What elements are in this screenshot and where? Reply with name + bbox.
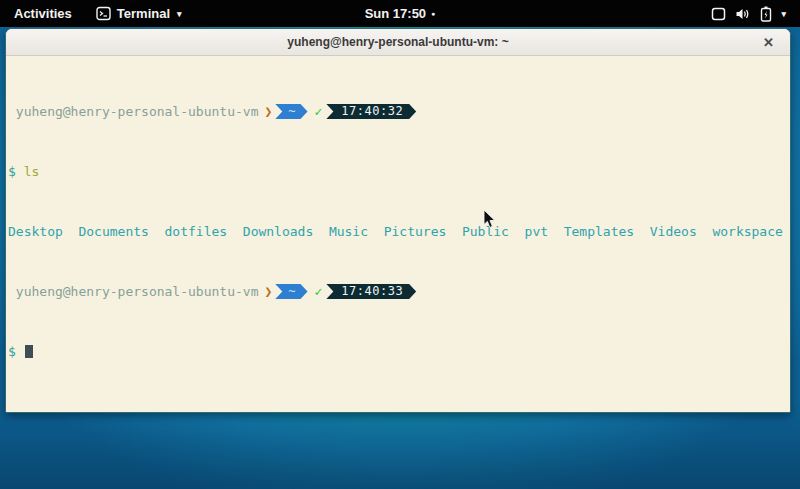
prompt-user: yuheng@henry-personal-ubuntu-vm [16,104,259,119]
command-line: $ ls [8,164,788,179]
clock-button[interactable]: Sun 17:50 ● [357,0,444,27]
prompt-time-segment: 17:40:33 [326,284,416,299]
prompt-path-segment: ~ [275,104,307,119]
volume-icon [735,7,751,21]
app-menu-label: Terminal [117,6,170,21]
chevron-down-icon: ▾ [781,9,786,19]
battery-charging-icon [760,6,772,22]
activities-button[interactable]: Activities [0,0,86,27]
screen-icon [711,7,726,21]
prompt-line: yuheng@henry-personal-ubuntu-vm ❯ ~ ✓ 17… [8,104,788,119]
notification-dot-icon: ● [431,10,435,17]
prompt-time-segment: 17:40:32 [326,104,416,119]
terminal-cursor [25,345,33,358]
powerline-arrow-icon: ❯ [264,104,272,119]
prompt-indent [8,284,16,299]
top-bar: Activities Terminal ▾ Sun 17:50 ● [0,0,800,27]
shell-prompt-symbol: $ [8,344,16,359]
shell-prompt-symbol: $ [8,164,16,179]
terminal-window: yuheng@henry-personal-ubuntu-vm: ~ ✕ yuh… [5,28,791,413]
activities-label: Activities [14,6,72,21]
command-text: ls [24,164,40,179]
window-titlebar[interactable]: yuheng@henry-personal-ubuntu-vm: ~ ✕ [6,29,790,56]
prompt-path-segment: ~ [275,284,307,299]
window-title: yuheng@henry-personal-ubuntu-vm: ~ [287,35,508,49]
ls-output-line: Desktop Documents dotfiles Downloads Mus… [8,224,788,239]
prompt-user: yuheng@henry-personal-ubuntu-vm [16,284,259,299]
prompt-indent [8,104,16,119]
app-menu-terminal[interactable]: Terminal ▾ [86,0,192,27]
clock-label: Sun 17:50 [365,6,426,21]
terminal-icon [96,6,111,21]
status-ok-icon: ✓ [315,284,323,299]
input-line: $ [8,344,788,359]
powerline-arrow-icon: ❯ [264,284,272,299]
chevron-down-icon: ▾ [177,9,182,19]
terminal-content[interactable]: yuheng@henry-personal-ubuntu-vm ❯ ~ ✓ 17… [6,56,790,412]
close-button[interactable]: ✕ [759,29,778,55]
status-ok-icon: ✓ [315,104,323,119]
system-status-menu[interactable]: ▾ [703,0,794,27]
prompt-line: yuheng@henry-personal-ubuntu-vm ❯ ~ ✓ 17… [8,284,788,299]
directory-list: Desktop Documents dotfiles Downloads Mus… [8,224,783,239]
